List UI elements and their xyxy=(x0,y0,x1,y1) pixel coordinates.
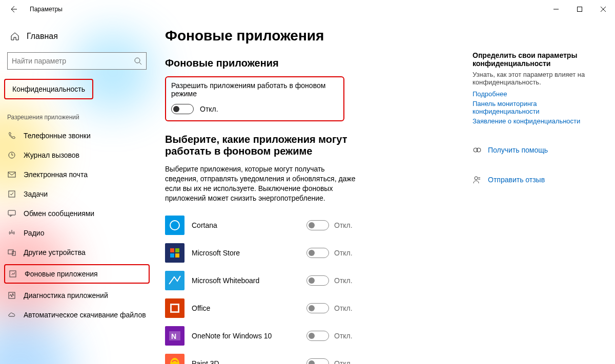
right-column: Определить свои параметры конфиденциальн… xyxy=(473,28,601,364)
app-state: Откл. xyxy=(334,276,360,285)
svg-rect-20 xyxy=(172,305,178,311)
sidebar: Главная Конфиденциальность Разрешения пр… xyxy=(0,18,154,364)
app-title: Параметры xyxy=(30,6,63,13)
app-toggle[interactable] xyxy=(306,331,329,341)
feedback-link[interactable]: Отправить отзыв xyxy=(488,176,545,184)
app-name: Microsoft Store xyxy=(184,249,306,257)
svg-rect-9 xyxy=(8,210,15,215)
search-icon xyxy=(134,57,142,65)
group-title: Разрешения приложений xyxy=(0,114,154,126)
minimize-icon xyxy=(554,7,559,12)
sidebar-item-label: Радио xyxy=(24,229,44,237)
section-title-2: Выберите, какие приложения могут работат… xyxy=(165,134,385,157)
mail-icon xyxy=(7,170,16,179)
app-row: Microsoft StoreОткл. xyxy=(165,239,360,267)
devices-icon xyxy=(7,248,16,257)
feedback-row: Отправить отзыв xyxy=(473,175,601,184)
radio-icon xyxy=(7,228,16,238)
sidebar-item-tasks[interactable]: Задачи xyxy=(0,184,154,204)
home-icon xyxy=(10,32,19,41)
allow-label: Разрешить приложениям работать в фоновом… xyxy=(171,81,338,98)
svg-rect-15 xyxy=(170,248,174,252)
app-name: OneNote for Windows 10 xyxy=(184,332,306,340)
main-content: Фоновые приложения Фоновые приложения Ра… xyxy=(165,28,473,364)
app-icon: N xyxy=(165,326,184,346)
category-privacy[interactable]: Конфиденциальность xyxy=(4,79,93,99)
help-icon xyxy=(473,145,482,155)
sidebar-item-auto-downloads[interactable]: Автоматическое скачивание файлов xyxy=(0,305,154,325)
app-state: Откл. xyxy=(334,332,360,340)
sidebar-item-app-diagnostics[interactable]: Диагностика приложений xyxy=(0,286,154,305)
app-row: Microsoft WhiteboardОткл. xyxy=(165,267,360,294)
sidebar-item-phone-calls[interactable]: Телефонные звонки xyxy=(0,126,154,145)
svg-rect-17 xyxy=(170,253,174,258)
maximize-button[interactable] xyxy=(568,0,591,18)
master-toggle-section: Разрешить приложениям работать в фоновом… xyxy=(165,76,344,121)
svg-rect-16 xyxy=(175,248,179,252)
svg-point-4 xyxy=(135,58,140,63)
titlebar: Параметры xyxy=(0,0,615,18)
svg-rect-7 xyxy=(8,172,15,177)
description: Выберите приложения, которые могут получ… xyxy=(165,164,360,203)
sidebar-item-email[interactable]: Электронная почта xyxy=(0,165,154,184)
close-button[interactable] xyxy=(591,0,615,18)
app-toggle[interactable] xyxy=(306,248,329,258)
sidebar-item-label: Фоновые приложения xyxy=(25,270,98,278)
app-state: Откл. xyxy=(334,221,360,229)
app-row: CortanaОткл. xyxy=(165,211,360,239)
home-link[interactable]: Главная xyxy=(0,28,154,45)
chat-icon xyxy=(7,209,16,218)
app-row: Paint 3DОткл. xyxy=(165,350,360,364)
app-toggle[interactable] xyxy=(306,220,329,230)
app-row: OfficeОткл. xyxy=(165,294,360,322)
back-button[interactable] xyxy=(4,0,23,18)
app-icon xyxy=(165,354,184,364)
feedback-icon xyxy=(473,175,482,184)
app-name: Paint 3D xyxy=(184,359,306,364)
master-toggle-state: Откл. xyxy=(200,105,218,113)
tasks-icon xyxy=(7,189,16,199)
app-icon xyxy=(165,271,184,290)
master-toggle[interactable] xyxy=(171,104,194,114)
sidebar-item-background-apps[interactable]: Фоновые приложения xyxy=(4,264,150,284)
app-toggle[interactable] xyxy=(306,358,329,364)
app-name: Microsoft Whiteboard xyxy=(184,276,306,285)
app-icon xyxy=(165,243,184,263)
link-more[interactable]: Подробнее xyxy=(473,90,601,98)
sidebar-item-label: Телефонные звонки xyxy=(24,132,91,140)
link-dashboard[interactable]: Панель мониторинга конфиденциальности xyxy=(473,100,601,115)
sidebar-item-messaging[interactable]: Обмен сообщениями xyxy=(0,204,154,223)
phone-icon xyxy=(7,131,16,140)
search-input[interactable] xyxy=(12,57,134,65)
sidebar-item-label: Обмен сообщениями xyxy=(24,209,94,218)
app-state: Откл. xyxy=(334,359,360,364)
app-icon xyxy=(165,216,184,235)
app-row: NOneNote for Windows 10Откл. xyxy=(165,322,360,350)
right-heading: Определить свои параметры конфиденциальн… xyxy=(473,51,601,68)
app-state: Откл. xyxy=(334,304,360,312)
search-box[interactable] xyxy=(7,52,147,70)
sidebar-item-radio[interactable]: Радио xyxy=(0,223,154,243)
svg-rect-11 xyxy=(12,251,15,255)
sidebar-item-other-devices[interactable]: Другие устройства xyxy=(0,243,154,262)
sidebar-item-label: Диагностика приложений xyxy=(24,291,108,299)
sidebar-item-label: Электронная почта xyxy=(24,170,88,179)
svg-line-5 xyxy=(139,62,141,65)
app-list: CortanaОткл.Microsoft StoreОткл.Microsof… xyxy=(165,211,360,364)
link-statement[interactable]: Заявление о конфиденциальности xyxy=(473,117,601,125)
close-icon xyxy=(601,7,606,12)
home-label: Главная xyxy=(27,32,58,41)
sidebar-item-call-history[interactable]: Журнал вызовов xyxy=(0,145,154,165)
help-link[interactable]: Получить помощь xyxy=(488,146,548,154)
svg-point-25 xyxy=(475,177,478,180)
svg-text:N: N xyxy=(171,332,176,340)
minimize-button[interactable] xyxy=(544,0,568,18)
maximize-icon xyxy=(577,7,582,12)
section-title: Фоновые приложения xyxy=(165,57,473,69)
app-toggle[interactable] xyxy=(306,303,329,313)
svg-rect-1 xyxy=(578,7,582,12)
help-row: Получить помощь xyxy=(473,145,601,155)
app-state: Откл. xyxy=(334,249,360,257)
svg-rect-18 xyxy=(175,253,179,258)
app-toggle[interactable] xyxy=(306,275,329,286)
